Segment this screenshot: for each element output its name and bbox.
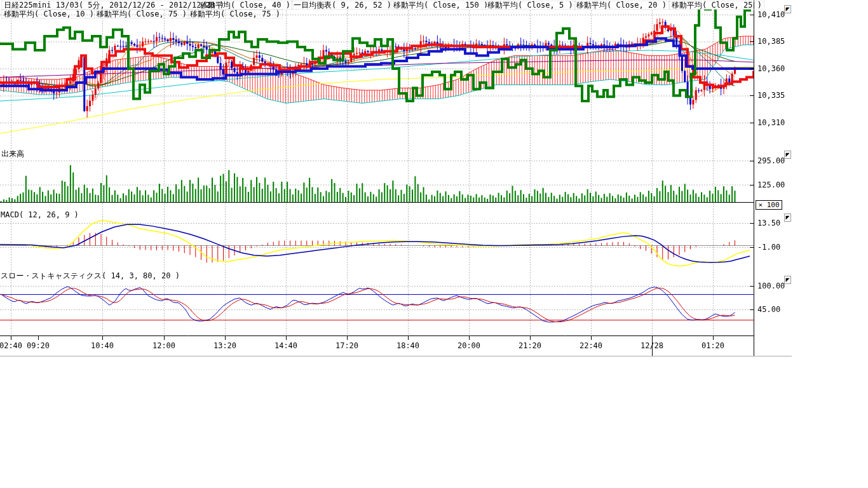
time-axis-label-0: 02:40 <box>0 341 22 350</box>
price-axis-label-3: 10,335 <box>757 91 785 100</box>
volume-panel-label: 出来高 <box>1 150 24 158</box>
stochastics-axis-label-0: 100.00 <box>757 281 785 290</box>
time-axis-label-1: 09:20 <box>27 341 50 350</box>
legend-item-r1-5: 移動平均( Close, 20 ) <box>574 1 669 10</box>
time-axis-label-9: 21:20 <box>519 341 541 350</box>
panel-menu-button-volume[interactable]: ◤ <box>784 151 791 159</box>
time-axis-label-6: 17:20 <box>336 341 358 350</box>
time-axis-label-11: 12/28 <box>641 341 663 350</box>
legend-item-r1-3: 移動平均( Close, 150 ) <box>391 1 491 10</box>
price-axis-label-4: 10,310 <box>757 118 785 127</box>
time-axis-label-7: 18:40 <box>397 341 419 350</box>
panel-menu-button-macd[interactable]: ◤ <box>784 214 791 222</box>
price-axis-label-0: 10,410 <box>757 10 785 19</box>
chart-plot-canvas[interactable] <box>0 0 868 488</box>
stochastics-axis-label-1: 45.00 <box>757 305 780 314</box>
volume-axis-label-0: 295.00 <box>757 156 785 165</box>
legend-item-r1-0: 日経225mini 13/03( 5分, 2012/12/26 - 2012/1… <box>1 1 227 10</box>
macd-axis-label-1: -1.00 <box>757 243 780 252</box>
panel-menu-button-price[interactable]: ◤ <box>784 5 791 13</box>
legend-item-r1-2: 一目均衡表( 9, 26, 52 ) <box>291 1 394 10</box>
macd-panel-label: MACD( 12, 26, 9 ) <box>1 211 79 219</box>
price-axis-label-2: 10,360 <box>757 64 785 73</box>
time-axis-label-5: 14:40 <box>275 341 297 350</box>
legend-item-r2-0: 移動平均( Close, 10 ) <box>1 10 97 18</box>
time-axis-label-3: 12:00 <box>153 341 175 350</box>
volume-axis-label-1: 125.00 <box>757 180 785 189</box>
legend-item-r2-2: 移動平均( Close, 75 ) <box>187 10 283 18</box>
time-axis-label-12: 01:20 <box>702 341 724 350</box>
price-axis-label-1: 10,385 <box>757 37 785 46</box>
time-axis-label-8: 20:00 <box>458 341 480 350</box>
legend-item-r2-1: 移動平均( Close, 75 ) <box>94 10 189 18</box>
volume-unit-multiplier-box: × 100 <box>756 200 782 210</box>
stochastics-panel-label: スロー・ストキャスティクス( 14, 3, 80, 20 ) <box>1 272 180 280</box>
legend-item-r1-1: 移動平均( Close, 40 ) <box>198 1 293 10</box>
macd-axis-label-0: 13.50 <box>757 219 780 227</box>
chart-window: 日経225mini 13/03( 5分, 2012/12/26 - 2012/1… <box>0 0 868 488</box>
legend-item-r1-6: 移動平均( Close, 25 ) <box>669 1 764 10</box>
panel-menu-button-stoch[interactable]: ◤ <box>784 276 791 284</box>
time-axis-label-2: 10:40 <box>91 341 114 350</box>
time-axis-label-10: 22:40 <box>580 341 602 350</box>
time-axis-label-4: 13:20 <box>214 341 236 350</box>
legend-row-1: 日経225mini 13/03( 5分, 2012/12/26 - 2012/1… <box>0 1 754 9</box>
legend-item-r1-4: 移動平均( Close, 5 ) <box>485 1 576 10</box>
legend-row-2: 移動平均( Close, 10 )移動平均( Close, 75 )移動平均( … <box>0 10 754 18</box>
